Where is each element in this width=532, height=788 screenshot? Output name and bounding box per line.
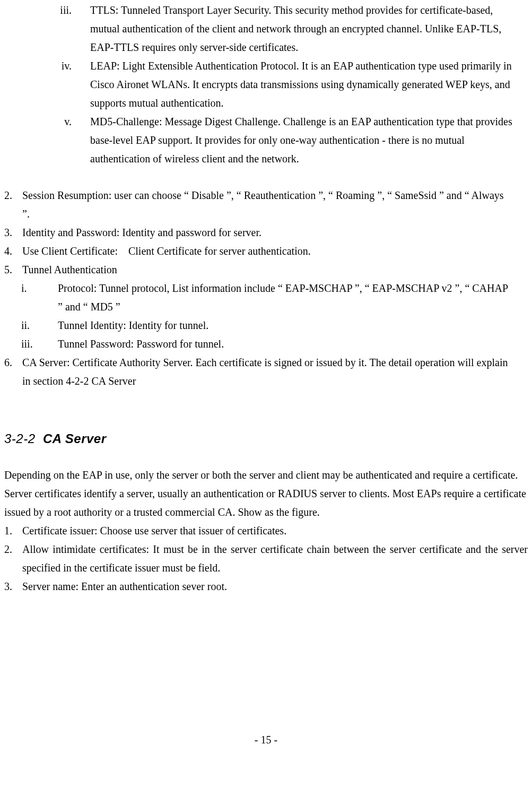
list-item: iii. TTLS: Tunneled Transport Layer Secu… [21,1,513,57]
item-text: CA Server: Certificate Authority Server.… [22,353,513,391]
item-text: MD5-Challenge: Message Digest Challenge.… [90,112,513,168]
list-item: 4. Use Client Certificate: Client Certif… [4,242,513,261]
item-marker: 2. [4,540,22,559]
top-roman-list: iii. TTLS: Tunneled Transport Layer Secu… [21,1,513,168]
item-text: Server name: Enter an authentication sev… [22,577,528,596]
item-text: LEAP: Light Extensible Authentication Pr… [90,57,513,112]
section-paragraph: Depending on the EAP in use, only the se… [4,466,527,522]
item-text: Identity and Password: Identity and pass… [22,223,513,242]
list-item: 3. Identity and Password: Identity and p… [4,223,513,242]
item-marker: 5. [4,261,22,279]
item-text: Use Client Certificate: Client Certifica… [22,242,513,261]
item-marker: ii. [21,316,58,335]
item-marker: 4. [4,242,22,261]
list-item: iv. LEAP: Light Extensible Authenticatio… [21,57,513,112]
item-text: TTLS: Tunneled Transport Layer Security.… [90,1,513,57]
list-item: 1. Certificate issuer: Choose use server… [4,522,528,540]
item-text: Certificate issuer: Choose use server th… [22,522,528,540]
list-item: iii. Tunnel Password: Password for tunne… [21,335,513,353]
item-text: Session Resumption: user can choose “ Di… [22,186,513,223]
item-marker: 2. [4,186,22,205]
main-numbered-list: 2. Session Resumption: user can choose “… [4,186,513,391]
section-title-text: CA Server [43,431,107,446]
list-item: i. Protocol: Tunnel protocol, List infor… [21,279,513,316]
list-item: 3. Server name: Enter an authentication … [4,577,528,596]
list-item: 6. CA Server: Certificate Authority Serv… [4,353,513,391]
list-item: 2. Session Resumption: user can choose “… [4,186,513,223]
item-text: Allow intimidate certificates: It must b… [22,540,528,577]
list-item: ii. Tunnel Identity: Identity for tunnel… [21,316,513,335]
section-numbered-list: 1. Certificate issuer: Choose use server… [4,522,528,596]
item-text: Tunnel Identity: Identity for tunnel. [58,316,513,335]
item-marker: 3. [4,223,22,242]
list-item: v. MD5-Challenge: Message Digest Challen… [21,112,513,168]
item5-sublist: i. Protocol: Tunnel protocol, List infor… [21,279,513,353]
item-text: Tunnel Password: Password for tunnel. [58,335,513,353]
item-marker: iii. [21,335,58,353]
item-marker: v. [21,112,90,131]
item-text: Tunnel Authentication [22,261,513,279]
item-marker: 3. [4,577,22,596]
item-marker: i. [21,279,58,298]
item-marker: 6. [4,353,22,372]
page-number: - 15 - [0,731,532,749]
item-marker: iii. [21,1,90,20]
item-text: Protocol: Tunnel protocol, List informat… [58,279,513,316]
section-number: 3-2-2 [4,431,36,446]
item-marker: 1. [4,522,22,540]
list-item: 2. Allow intimidate certificates: It mus… [4,540,528,577]
section-heading: 3-2-2 CA Server [4,428,532,450]
paragraph-text: Depending on the EAP in use, only the se… [4,466,527,522]
list-item: 5. Tunnel Authentication [4,261,513,279]
page: iii. TTLS: Tunneled Transport Layer Secu… [0,1,532,788]
item-marker: iv. [21,57,90,75]
